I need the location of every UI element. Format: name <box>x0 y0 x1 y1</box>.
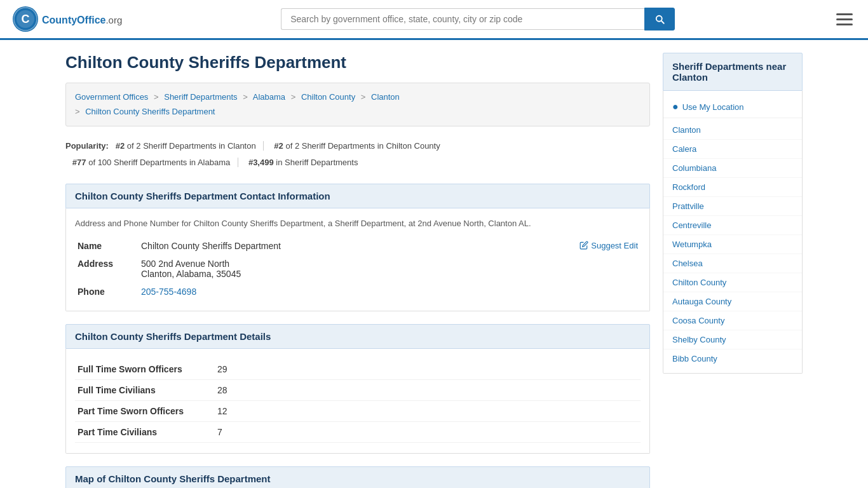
logo-text: CountyOffice.org <box>42 12 122 26</box>
menu-line <box>836 18 853 20</box>
breadcrumb-sep: > <box>243 92 248 102</box>
menu-line <box>836 24 853 25</box>
sidebar-header: Sheriff Departments near Clanton <box>663 53 803 91</box>
search-icon <box>654 13 665 25</box>
breadcrumb-link-government-offices[interactable]: Government Offices <box>75 92 148 102</box>
popularity-rank-city: #2 <box>116 141 125 151</box>
table-row: Part Time Civilians 7 <box>75 421 641 442</box>
popularity-label: Popularity: <box>65 141 109 151</box>
sidebar-link[interactable]: Chilton County <box>663 273 802 292</box>
contact-section-header: Chilton County Sheriffs Department Conta… <box>65 184 650 208</box>
table-row: Part Time Sworn Officers 12 <box>75 400 641 421</box>
sidebar-link[interactable]: Shelby County <box>663 330 802 349</box>
content-area: Chilton County Sheriffs Department Gover… <box>65 53 650 488</box>
popularity-sep <box>238 158 243 167</box>
logo[interactable]: C CountyOffice.org <box>13 6 122 32</box>
breadcrumb-sep: > <box>75 107 80 116</box>
sidebar-link[interactable]: Wetumpka <box>663 235 802 254</box>
sidebar-link[interactable]: Prattville <box>663 197 802 216</box>
location-dot-icon: ● <box>672 101 679 112</box>
sidebar: Sheriff Departments near Clanton ● Use M… <box>663 53 803 488</box>
phone-value: 205-755-4698 <box>139 283 641 301</box>
breadcrumb-link-chilton-county[interactable]: Chilton County <box>301 92 355 102</box>
popularity-section: Popularity: #2 of 2 Sheriff Departments … <box>65 138 650 171</box>
name-label: Name <box>75 237 139 255</box>
phone-label: Phone <box>75 283 139 301</box>
details-section-header: Chilton County Sheriffs Department Detai… <box>65 324 650 349</box>
sidebar-link[interactable]: Autauga County <box>663 292 802 311</box>
table-row: Full Time Civilians 28 <box>75 379 641 400</box>
search-area <box>281 8 675 30</box>
map-section-header: Map of Chilton County Sheriffs Departmen… <box>65 466 650 488</box>
contact-info-table: Name Chilton County Sheriffs Department … <box>75 237 641 301</box>
breadcrumb-sep: > <box>361 92 366 102</box>
popularity-rank-state: #77 <box>72 158 86 167</box>
popularity-sep <box>263 141 269 151</box>
detail-value: 7 <box>215 421 641 442</box>
search-button[interactable] <box>644 8 675 30</box>
menu-button[interactable] <box>834 11 855 28</box>
sidebar-link[interactable]: Columbiana <box>663 159 802 178</box>
popularity-rank-national: #3,499 <box>248 158 274 167</box>
menu-line <box>836 13 853 15</box>
detail-value: 12 <box>215 400 641 421</box>
sidebar-link[interactable]: Chelsea <box>663 254 802 273</box>
sidebar-link[interactable]: Coosa County <box>663 311 802 330</box>
contact-name-row: Name Chilton County Sheriffs Department … <box>75 237 641 255</box>
name-value: Chilton County Sheriffs Department Sugge… <box>139 237 641 255</box>
detail-label: Part Time Civilians <box>75 421 215 442</box>
main-container: Chilton County Sheriffs Department Gover… <box>53 40 815 488</box>
sidebar-links-container: ClantonCaleraColumbianaRockfordPrattvill… <box>663 121 802 368</box>
sidebar-link[interactable]: Calera <box>663 140 802 159</box>
popularity-national-text: in Sheriff Departments <box>276 158 358 167</box>
breadcrumb: Government Offices > Sheriff Departments… <box>65 83 650 126</box>
sidebar-link[interactable]: Rockford <box>663 178 802 197</box>
page-title: Chilton County Sheriffs Department <box>65 53 650 72</box>
phone-link[interactable]: 205-755-4698 <box>141 287 196 297</box>
sidebar-link[interactable]: Clanton <box>663 121 802 140</box>
contact-section-body: Address and Phone Number for Chilton Cou… <box>65 208 650 311</box>
detail-value: 29 <box>215 359 641 380</box>
popularity-state-text: of 100 Sheriff Departments in Alabama <box>88 158 230 167</box>
detail-value: 28 <box>215 379 641 400</box>
breadcrumb-link-current[interactable]: Chilton County Sheriffs Department <box>85 107 215 116</box>
contact-phone-row: Phone 205-755-4698 <box>75 283 641 301</box>
contact-address-row: Address 500 2nd Avenue North Clanton, Al… <box>75 255 641 283</box>
sidebar-link[interactable]: Centreville <box>663 216 802 235</box>
address-label: Address <box>75 255 139 283</box>
logo-icon: C <box>13 6 38 32</box>
edit-icon <box>580 241 588 250</box>
details-table: Full Time Sworn Officers 29 Full Time Ci… <box>75 359 641 443</box>
popularity-rank-county: #2 <box>274 141 283 151</box>
popularity-county-text: of 2 Sheriff Departments in Chilton Coun… <box>285 141 440 151</box>
breadcrumb-link-alabama[interactable]: Alabama <box>253 92 285 102</box>
popularity-city-text: of 2 Sheriff Departments in Clanton <box>127 141 256 151</box>
detail-label: Part Time Sworn Officers <box>75 400 215 421</box>
breadcrumb-sep: > <box>154 92 159 102</box>
contact-description: Address and Phone Number for Chilton Cou… <box>75 219 641 228</box>
detail-label: Full Time Civilians <box>75 379 215 400</box>
address-value: 500 2nd Avenue North Clanton, Alabama, 3… <box>139 255 641 283</box>
detail-label: Full Time Sworn Officers <box>75 359 215 380</box>
header: C CountyOffice.org <box>0 0 868 40</box>
sidebar-body: ● Use My Location ClantonCaleraColumbian… <box>663 91 803 374</box>
suggest-edit-button[interactable]: Suggest Edit <box>580 241 638 250</box>
breadcrumb-sep: > <box>291 92 296 102</box>
breadcrumb-link-clanton[interactable]: Clanton <box>371 92 400 102</box>
details-section-body: Full Time Sworn Officers 29 Full Time Ci… <box>65 349 650 454</box>
sidebar-link[interactable]: Bibb County <box>663 349 802 368</box>
use-my-location-button[interactable]: ● Use My Location <box>663 96 802 118</box>
search-input[interactable] <box>281 8 644 30</box>
table-row: Full Time Sworn Officers 29 <box>75 359 641 380</box>
breadcrumb-link-sheriff-departments[interactable]: Sheriff Departments <box>164 92 237 102</box>
svg-text:C: C <box>22 13 30 25</box>
